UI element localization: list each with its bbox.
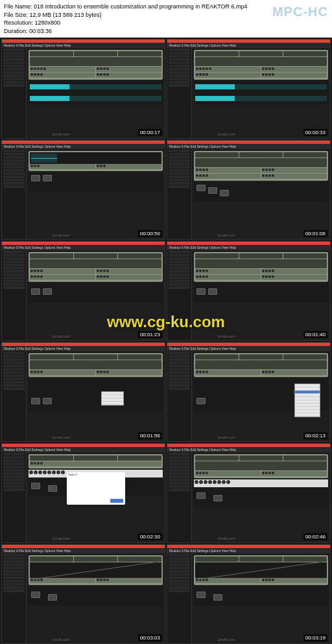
synth-panel bbox=[29, 252, 163, 282]
thumbnail[interactable]: Reaktor 6 File Edit Settings Options Vie… bbox=[1, 342, 165, 442]
lynda-watermark: lynda.com bbox=[53, 233, 70, 237]
waveform-display bbox=[194, 93, 328, 104]
timestamp-badge: 00:02:30 bbox=[138, 533, 162, 540]
node-editor bbox=[29, 172, 163, 192]
lynda-watermark: lynda.com bbox=[53, 638, 70, 641]
sidebar bbox=[167, 48, 192, 138]
lynda-watermark: lynda.com bbox=[53, 334, 70, 338]
thumbnail[interactable]: Reaktor 6 File Edit Settings Options Vie… bbox=[167, 140, 331, 240]
thumbnail[interactable]: Reaktor 6 File Edit Settings Options Vie… bbox=[1, 544, 165, 644]
menubar: Reaktor 6 File Edit Settings Options Vie… bbox=[2, 447, 165, 452]
timestamp-badge: 00:00:17 bbox=[138, 129, 162, 136]
timestamp-badge: 00:03:19 bbox=[303, 634, 327, 641]
timestamp-badge: 00:00:33 bbox=[303, 129, 327, 136]
sidebar bbox=[2, 48, 27, 138]
duration-value: 00:03:36 bbox=[29, 28, 52, 34]
sidebar bbox=[167, 149, 192, 239]
filesize-value: 12,9 MB (13 589 213 bytes) bbox=[30, 12, 102, 18]
node-editor bbox=[194, 487, 328, 507]
sidebar bbox=[2, 351, 27, 441]
menubar: Reaktor 6 File Edit Settings Options Vie… bbox=[2, 548, 165, 553]
synth-panel bbox=[29, 353, 163, 377]
lynda-watermark: lynda.com bbox=[53, 536, 70, 540]
waveform-display bbox=[194, 81, 328, 93]
timestamp-badge: 00:03:03 bbox=[138, 634, 162, 641]
thumbnail[interactable]: Reaktor 6 File Edit Settings Options Vie… bbox=[167, 39, 331, 139]
app-logo: MPC-HC bbox=[272, 3, 328, 21]
dialog-title: Reaktor 6 bbox=[69, 474, 123, 477]
main-panel: lynda.com bbox=[27, 48, 165, 138]
main-panel: lynda.com bbox=[27, 250, 165, 340]
about-dialog[interactable]: Reaktor 6 bbox=[67, 472, 125, 505]
main-panel: lynda.com bbox=[27, 351, 165, 441]
resolution-value: 1280x800 bbox=[35, 19, 61, 26]
filesize-label: File Size: bbox=[4, 12, 28, 18]
waveform-display bbox=[29, 81, 163, 93]
synth-panel bbox=[29, 555, 163, 585]
thumbnail[interactable]: Reaktor 6 File Edit Settings Options Vie… bbox=[1, 140, 165, 240]
timestamp-badge: 00:01:23 bbox=[138, 331, 162, 338]
lynda-watermark: lynda.com bbox=[218, 536, 235, 540]
lynda-watermark: lynda.com bbox=[218, 132, 235, 136]
sidebar bbox=[167, 553, 192, 643]
synth-panel bbox=[29, 50, 163, 80]
node-editor bbox=[194, 586, 328, 606]
thumbnail[interactable]: Reaktor 6 File Edit Settings Options Vie… bbox=[1, 39, 165, 139]
synth-panel bbox=[29, 151, 163, 171]
sidebar bbox=[2, 250, 27, 340]
main-panel: lynda.com bbox=[192, 48, 330, 138]
synth-panel bbox=[194, 353, 328, 377]
synth-panel bbox=[194, 252, 328, 282]
lynda-watermark: lynda.com bbox=[218, 233, 235, 237]
synth-panel bbox=[29, 454, 163, 468]
sidebar bbox=[2, 452, 27, 542]
sidebar bbox=[167, 452, 192, 542]
thumbnail[interactable]: Reaktor 6 File Edit Settings Options Vie… bbox=[167, 443, 331, 543]
filename-label: File Name: bbox=[4, 3, 32, 10]
timestamp-badge: 00:01:06 bbox=[303, 230, 327, 237]
sidebar bbox=[2, 149, 27, 239]
menubar: Reaktor 6 File Edit Settings Options Vie… bbox=[167, 43, 330, 48]
main-panel: lynda.com bbox=[192, 250, 330, 340]
synth-panel bbox=[194, 555, 328, 585]
timestamp-badge: 00:00:50 bbox=[138, 230, 162, 237]
timestamp-badge: 00:01:40 bbox=[303, 331, 327, 338]
menubar: Reaktor 6 File Edit Settings Options Vie… bbox=[2, 43, 165, 48]
context-menu[interactable] bbox=[101, 391, 124, 406]
synth-panel bbox=[194, 50, 328, 80]
lynda-watermark: lynda.com bbox=[53, 132, 70, 136]
timestamp-badge: 00:01:56 bbox=[138, 432, 162, 439]
node-editor bbox=[194, 182, 328, 201]
main-panel: lynda.com bbox=[192, 149, 330, 239]
menubar: Reaktor 6 File Edit Settings Options Vie… bbox=[2, 346, 165, 351]
main-panel: lynda.com bbox=[27, 149, 165, 239]
menubar: Reaktor 6 File Edit Settings Options Vie… bbox=[167, 245, 330, 250]
oscilloscope-display bbox=[30, 152, 161, 164]
context-menu[interactable] bbox=[294, 384, 320, 417]
main-panel: lynda.com bbox=[192, 553, 330, 643]
lynda-watermark: lynda.com bbox=[218, 638, 235, 641]
node-editor bbox=[29, 586, 163, 606]
menubar: Reaktor 6 File Edit Settings Options Vie… bbox=[2, 245, 165, 250]
synth-panel bbox=[194, 454, 328, 478]
sidebar bbox=[167, 250, 192, 340]
duration-label: Duration: bbox=[4, 28, 28, 34]
thumbnail[interactable]: Reaktor 6 File Edit Settings Options Vie… bbox=[1, 443, 165, 543]
dialog-ok-button[interactable] bbox=[110, 499, 123, 503]
lynda-watermark: lynda.com bbox=[218, 334, 235, 338]
node-editor bbox=[194, 283, 328, 303]
menubar: Reaktor 6 File Edit Settings Options Vie… bbox=[167, 447, 330, 452]
thumbnail[interactable]: Reaktor 6 File Edit Settings Options Vie… bbox=[167, 544, 331, 644]
node-editor bbox=[29, 283, 163, 303]
synth-panel bbox=[194, 151, 328, 181]
node-editor bbox=[29, 378, 163, 411]
thumbnail[interactable]: Reaktor 6 File Edit Settings Options Vie… bbox=[167, 241, 331, 341]
sidebar bbox=[167, 351, 192, 441]
menubar: Reaktor 6 File Edit Settings Options Vie… bbox=[167, 548, 330, 553]
main-panel: lynda.com bbox=[192, 452, 330, 542]
thumbnail[interactable]: Reaktor 6 File Edit Settings Options Vie… bbox=[167, 342, 331, 442]
file-info-header: File Name: 018 Introduction to ensemble … bbox=[0, 0, 332, 38]
resolution-label: Resolution: bbox=[4, 19, 33, 26]
thumbnail[interactable]: Reaktor 6 File Edit Settings Options Vie… bbox=[1, 241, 165, 341]
menubar: Reaktor 6 File Edit Settings Options Vie… bbox=[167, 144, 330, 149]
